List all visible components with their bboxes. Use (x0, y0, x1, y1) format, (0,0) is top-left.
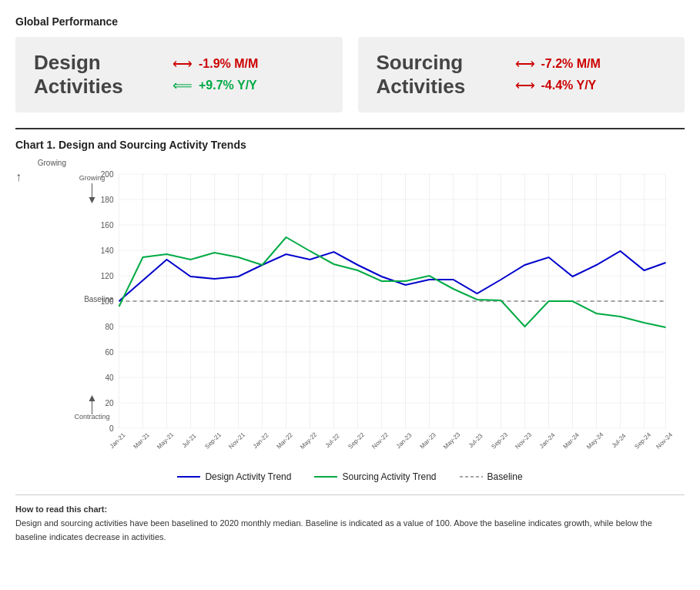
y-label-140: 140 (101, 246, 114, 255)
growing-label: Growing (15, 159, 69, 167)
x-label-jul21: Jul-21 (181, 432, 198, 449)
design-mom-value: -1.9% M/M (199, 57, 258, 71)
design-yoy-row: ⟸ +9.7% Y/Y (172, 77, 258, 94)
legend-baseline-label: Baseline (487, 471, 523, 482)
global-performance-title: Global Performance (15, 15, 685, 28)
y-label-0: 0 (109, 424, 114, 433)
y-label-120: 120 (101, 272, 114, 280)
design-yoy-arrow-icon: ⟸ (172, 77, 193, 94)
legend-sourcing-label: Sourcing Activity Trend (342, 471, 436, 482)
design-metrics: ⟷ -1.9% M/M ⟸ +9.7% Y/Y (172, 55, 258, 94)
sourcing-trend-line (119, 237, 666, 327)
design-activities-card: DesignActivities ⟷ -1.9% M/M ⟸ +9.7% Y/Y (15, 37, 343, 112)
main-chart-svg: 200 180 160 140 120 100 80 60 40 20 0 Ba… (69, 159, 685, 459)
x-label-nov23: Nov-23 (514, 431, 533, 451)
x-label-mar23: Mar-23 (419, 431, 438, 451)
sourcing-yoy-value: -4.4% Y/Y (541, 79, 597, 92)
x-label-may21: May-21 (156, 431, 176, 451)
sourcing-metrics: ⟷ -7.2% M/M ⟷ -4.4% Y/Y (515, 55, 601, 94)
design-yoy-value: +9.7% Y/Y (199, 79, 257, 92)
chart-title: Chart 1. Design and Sourcing Activity Tr… (15, 139, 685, 151)
chart-section: Chart 1. Design and Sourcing Activity Tr… (15, 128, 685, 482)
x-label-may23: May-23 (442, 431, 462, 451)
y-label-40: 40 (105, 374, 114, 382)
x-label-mar24: Mar-24 (562, 431, 581, 451)
x-label-sep22: Sep-22 (347, 431, 366, 451)
legend-sourcing: Sourcing Activity Trend (314, 471, 436, 482)
sourcing-mom-value: -7.2% M/M (541, 57, 601, 71)
x-label-may24: May-24 (585, 431, 605, 451)
y-label-60: 60 (105, 348, 114, 357)
y-label-20: 20 (105, 399, 114, 407)
chart-container: Growing ↑ (15, 159, 685, 462)
y-label-160: 160 (101, 221, 114, 230)
sourcing-yoy-arrow-icon: ⟷ (515, 77, 535, 94)
how-to-read-section: How to read this chart: Design and sourc… (15, 494, 685, 544)
how-to-read-heading: How to read this chart: (15, 505, 107, 514)
x-label-jan22: Jan-22 (252, 431, 270, 450)
legend-baseline: Baseline (460, 471, 523, 482)
y-label-180: 180 (101, 196, 114, 204)
design-activities-title: DesignActivities (34, 51, 157, 99)
how-to-read-body: Design and sourcing activities have been… (15, 518, 652, 541)
chart-legend: Design Activity Trend Sourcing Activity … (15, 471, 685, 482)
sourcing-mom-arrow-icon: ⟷ (515, 55, 535, 72)
design-trend-line (119, 251, 666, 301)
x-label-mar21: Mar-21 (132, 431, 152, 451)
x-label-sep24: Sep-24 (633, 431, 652, 451)
x-label-jul22: Jul-22 (324, 432, 341, 449)
x-label-sep23: Sep-23 (490, 431, 509, 451)
design-mom-row: ⟷ -1.9% M/M (172, 55, 258, 72)
x-label-may22: May-22 (299, 431, 319, 451)
kpi-row: DesignActivities ⟷ -1.9% M/M ⟸ +9.7% Y/Y… (15, 37, 685, 112)
growing-text: Growing (79, 174, 106, 182)
x-label-sep21: Sep-21 (203, 431, 223, 451)
sourcing-yoy-row: ⟷ -4.4% Y/Y (515, 77, 601, 94)
sourcing-activities-card: SourcingActivities ⟷ -7.2% M/M ⟷ -4.4% Y… (358, 37, 685, 112)
legend-design-label: Design Activity Trend (205, 471, 291, 482)
x-label-nov24: Nov-24 (655, 431, 674, 451)
x-label-nov21: Nov-21 (227, 431, 246, 451)
design-mom-arrow-icon: ⟷ (172, 55, 193, 72)
sourcing-activities-title: SourcingActivities (377, 51, 500, 99)
sourcing-mom-row: ⟷ -7.2% M/M (515, 55, 601, 72)
contracting-arrow-up (89, 395, 95, 401)
y-label-80: 80 (105, 323, 114, 331)
legend-design: Design Activity Trend (177, 471, 291, 482)
baseline-side-label: Baseline (84, 295, 114, 303)
x-label-jul23: Jul-23 (467, 432, 484, 449)
x-label-jan24: Jan-24 (538, 431, 557, 450)
x-label-jan23: Jan-23 (395, 431, 414, 450)
x-label-mar22: Mar-22 (276, 431, 295, 451)
x-label-nov22: Nov-22 (370, 431, 390, 451)
x-label-jan21: Jan-21 (109, 431, 127, 450)
growing-arrow-down (89, 197, 95, 203)
x-label-jul24: Jul-24 (611, 432, 628, 449)
